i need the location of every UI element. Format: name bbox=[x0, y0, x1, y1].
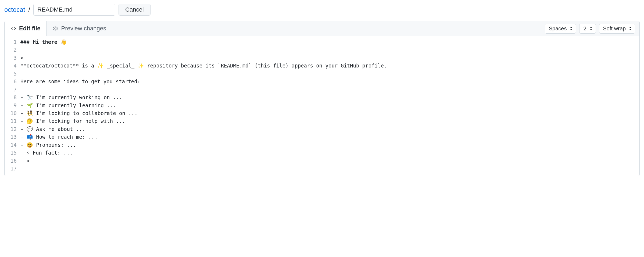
line-number: 1 bbox=[10, 38, 17, 46]
line-number: 10 bbox=[10, 109, 17, 117]
code-line[interactable]: - ⚡ Fun fact: ... bbox=[20, 149, 637, 157]
tab-preview-label: Preview changes bbox=[61, 25, 106, 32]
code-line[interactable]: - 😄 Pronouns: ... bbox=[20, 141, 637, 149]
code-line[interactable]: - 👯 I'm looking to collaborate on ... bbox=[20, 109, 637, 117]
code-icon bbox=[10, 26, 16, 31]
code-line[interactable]: - 📫 How to reach me: ... bbox=[20, 133, 637, 141]
line-number: 5 bbox=[10, 70, 17, 78]
line-number: 16 bbox=[10, 157, 17, 165]
code-line[interactable]: - 🔭 I'm currently working on ... bbox=[20, 94, 637, 101]
code-line[interactable]: **octocat/octocat** is a ✨ _special_ ✨ r… bbox=[20, 62, 637, 70]
code-line[interactable] bbox=[20, 86, 637, 94]
line-number-gutter: 1234567891011121314151617 bbox=[5, 38, 20, 176]
code-line[interactable] bbox=[20, 46, 637, 54]
code-editor[interactable]: 1234567891011121314151617 ### Hi there 👋… bbox=[5, 36, 639, 176]
repo-link[interactable]: octocat bbox=[4, 6, 25, 13]
line-number: 11 bbox=[10, 117, 17, 125]
line-number: 7 bbox=[10, 86, 17, 94]
line-number: 17 bbox=[10, 165, 17, 173]
wrap-mode-select[interactable]: Soft wrap bbox=[599, 24, 635, 34]
filename-input[interactable] bbox=[33, 4, 115, 16]
code-line[interactable]: - 🌱 I'm currently learning ... bbox=[20, 102, 637, 109]
line-number: 3 bbox=[10, 54, 17, 62]
breadcrumb: octocat / Cancel bbox=[4, 4, 640, 16]
code-line[interactable]: - 🤔 I'm looking for help with ... bbox=[20, 117, 637, 125]
line-number: 9 bbox=[10, 102, 17, 109]
updown-icon bbox=[589, 26, 593, 31]
tab-edit-label: Edit file bbox=[19, 25, 40, 32]
indent-mode-select[interactable]: Spaces bbox=[545, 24, 576, 34]
cancel-button[interactable]: Cancel bbox=[119, 4, 150, 16]
wrap-mode-value: Soft wrap bbox=[603, 26, 626, 32]
code-line[interactable]: <!-- bbox=[20, 54, 637, 62]
indent-mode-value: Spaces bbox=[549, 26, 567, 32]
line-number: 2 bbox=[10, 46, 17, 54]
line-number: 14 bbox=[10, 141, 17, 149]
code-line[interactable] bbox=[20, 165, 637, 173]
tab-bar: Edit file Preview changes Spaces 2 Soft … bbox=[5, 21, 639, 36]
editor-toolbar: Spaces 2 Soft wrap bbox=[545, 24, 635, 34]
line-number: 15 bbox=[10, 149, 17, 157]
editor-panel: Edit file Preview changes Spaces 2 Soft … bbox=[4, 21, 640, 176]
line-number: 13 bbox=[10, 133, 17, 141]
svg-point-0 bbox=[55, 28, 56, 29]
line-number: 8 bbox=[10, 94, 17, 101]
code-line[interactable] bbox=[20, 70, 637, 78]
code-line[interactable]: --> bbox=[20, 157, 637, 165]
code-line[interactable]: - 💬 Ask me about ... bbox=[20, 125, 637, 133]
updown-icon bbox=[628, 26, 632, 31]
line-number: 12 bbox=[10, 125, 17, 133]
line-number: 4 bbox=[10, 62, 17, 70]
path-separator: / bbox=[28, 6, 30, 13]
code-lines[interactable]: ### Hi there 👋<!--**octocat/octocat** is… bbox=[20, 38, 639, 176]
tab-preview-changes[interactable]: Preview changes bbox=[46, 21, 112, 36]
code-line[interactable]: Here are some ideas to get you started: bbox=[20, 78, 637, 85]
indent-size-value: 2 bbox=[583, 26, 586, 32]
code-line[interactable]: ### Hi there 👋 bbox=[20, 38, 637, 46]
line-number: 6 bbox=[10, 78, 17, 85]
eye-icon bbox=[52, 26, 58, 31]
tab-edit-file[interactable]: Edit file bbox=[5, 21, 46, 36]
indent-size-select[interactable]: 2 bbox=[579, 24, 596, 34]
updown-icon bbox=[569, 26, 573, 31]
